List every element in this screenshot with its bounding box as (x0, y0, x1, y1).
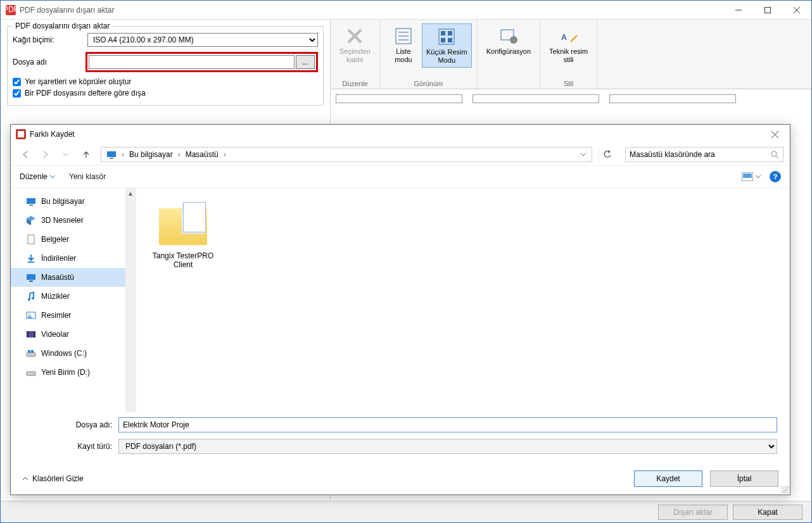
picture-icon (26, 310, 36, 320)
paper-select[interactable]: ISO A4 (210.00 x 297.00 MM) (87, 33, 318, 47)
video-icon (26, 329, 36, 339)
resize-grip[interactable] (781, 486, 789, 493)
tree-3d-objects[interactable]: 3D Nesneler (11, 211, 125, 230)
svg-rect-21 (18, 131, 24, 137)
per-book-label: Bir PDF dosyasını deftere göre dışa (25, 89, 146, 98)
filename-field[interactable] (118, 417, 777, 432)
thumb-mode-button[interactable]: Küçük Resim Modu (422, 23, 472, 68)
thumbnail[interactable] (473, 94, 599, 103)
svg-rect-13 (441, 31, 445, 35)
refresh-button[interactable] (599, 147, 615, 162)
nav-back-button[interactable] (17, 146, 34, 163)
tree-pictures[interactable]: Resimler (11, 306, 125, 325)
maximize-button[interactable] (753, 1, 782, 20)
nav-recent-button[interactable] (58, 146, 74, 163)
search-icon (770, 150, 779, 159)
address-bar[interactable]: › Bu bilgisayar › Masaüstü › (101, 147, 592, 162)
tree-documents[interactable]: Belgeler (11, 230, 125, 249)
breadcrumb-desktop[interactable]: Masaüstü (182, 148, 222, 161)
tree-music[interactable]: Müzikler (11, 287, 125, 306)
config-button[interactable]: Konfigürasyon (483, 23, 535, 58)
saveas-title: Farklı Kaydet (30, 130, 764, 139)
groupbox-title: PDF dosyalarını dışarı aktar (13, 22, 112, 30)
address-dropdown-button[interactable] (576, 148, 590, 161)
save-button[interactable]: Kaydet (634, 470, 702, 487)
svg-rect-16 (448, 38, 452, 42)
tree-this-pc[interactable]: Bu bilgisayar (11, 192, 125, 211)
svg-rect-43 (27, 353, 35, 356)
saveas-close-button[interactable] (764, 125, 785, 143)
svg-rect-30 (27, 198, 35, 204)
view-mode-button[interactable] (742, 172, 761, 181)
desktop-icon (26, 272, 36, 282)
svg-rect-31 (29, 205, 33, 206)
svg-rect-29 (743, 173, 752, 178)
ribbon-group-style: Stil (564, 80, 573, 87)
svg-line-27 (776, 156, 778, 158)
monitor-icon (26, 196, 36, 206)
svg-rect-3 (765, 7, 771, 13)
svg-rect-42 (34, 331, 35, 337)
breadcrumb-pc[interactable]: Bu bilgisayar (125, 148, 177, 161)
thumbnail[interactable] (609, 94, 736, 103)
search-placeholder: Masaüstü klasöründe ara (630, 150, 715, 159)
app-icon: PDF (6, 5, 16, 15)
svg-point-37 (32, 297, 34, 299)
svg-text:A: A (561, 33, 567, 42)
thumb-icon (436, 27, 457, 47)
window-title: PDF dosyalarını dışarı aktar (20, 6, 724, 15)
svg-rect-35 (29, 280, 33, 282)
tree-desktop[interactable]: Masaüstü (11, 268, 125, 287)
nav-up-button[interactable] (78, 146, 94, 163)
search-input[interactable]: Masaüstü klasöründe ara (625, 147, 783, 162)
new-folder-button[interactable]: Yeni klasör (69, 172, 106, 181)
list-icon (393, 26, 414, 46)
ribbon: Seçimden kaldır Düzenle Liste modu Küçük… (331, 20, 811, 89)
nav-tree: Bu bilgisayar 3D Nesneler Belgeler İndir… (11, 188, 136, 412)
organize-button[interactable]: Düzenle (20, 172, 55, 181)
filename-input[interactable] (89, 55, 295, 69)
close-main-button[interactable]: Kapat (733, 505, 802, 520)
folder-item[interactable]: Tangix TesterPRO Client (145, 197, 221, 269)
svg-rect-41 (27, 331, 29, 337)
browse-button[interactable]: ... (296, 55, 315, 69)
scroll-up-icon[interactable]: ▴ (125, 188, 136, 198)
document-icon (26, 234, 36, 244)
filename-label: Dosya adı (13, 58, 87, 66)
tree-downloads[interactable]: İndirilenler (11, 249, 125, 268)
svg-point-26 (771, 151, 777, 156)
svg-point-18 (510, 36, 517, 44)
saveas-icon (16, 129, 26, 139)
svg-rect-46 (27, 372, 35, 375)
filetype-select[interactable]: PDF dosyaları (*.pdf) (118, 439, 777, 454)
svg-rect-24 (107, 151, 116, 157)
nav-forward-button[interactable] (37, 146, 54, 163)
bookmarks-checkbox[interactable] (13, 78, 21, 86)
titlebar: PDF PDF dosyalarını dışarı aktar (1, 1, 811, 20)
tree-scrollbar[interactable]: ▴ (125, 188, 136, 412)
cancel-button[interactable]: İptal (710, 470, 778, 487)
tree-windows-c[interactable]: Windows (C:) (11, 344, 125, 363)
ribbon-group-config (507, 80, 509, 87)
svg-rect-32 (28, 235, 34, 244)
chevron-up-icon (22, 476, 29, 482)
filename-label: Dosya adı: (61, 420, 118, 429)
filetype-label: Kayıt türü: (61, 442, 118, 451)
thumbnail[interactable] (336, 94, 462, 103)
per-book-checkbox[interactable] (13, 89, 21, 98)
hide-folders-button[interactable]: Klasörleri Gizle (22, 474, 84, 483)
music-icon (26, 291, 36, 301)
close-button[interactable] (782, 1, 811, 20)
remove-selection-button: Seçimden kaldır (336, 23, 374, 66)
svg-rect-25 (110, 158, 113, 159)
export-button: Dışarı aktar (658, 505, 728, 520)
drawing-style-button[interactable]: A Teknik resim stili (545, 23, 592, 66)
download-icon (26, 253, 36, 263)
help-button[interactable]: ? (770, 171, 781, 182)
remove-icon (345, 26, 365, 46)
tree-new-volume[interactable]: Yeni Birim (D:) (11, 363, 125, 382)
tree-videos[interactable]: Videolar (11, 325, 125, 344)
minimize-button[interactable] (724, 1, 753, 20)
file-area[interactable]: Tangix TesterPRO Client (136, 188, 790, 412)
list-mode-button[interactable]: Liste modu (385, 23, 422, 68)
